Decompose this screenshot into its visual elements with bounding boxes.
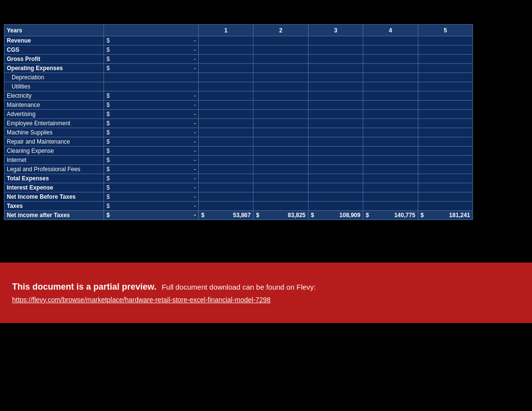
table-row: Gross Profit$-: [4, 55, 473, 64]
year-value-cell: [418, 147, 473, 156]
row-label: Advertising: [4, 110, 104, 119]
net-number: 108,909: [340, 212, 360, 219]
row-label: Operating Expenses: [4, 64, 104, 73]
year-value-cell: [308, 45, 363, 55]
year-value-cell: [418, 101, 473, 110]
row-value: $-: [104, 64, 199, 73]
dash-value: -: [194, 102, 196, 108]
year-value-cell: [418, 110, 473, 119]
year-value-cell: [418, 82, 473, 91]
net-dollar: $: [256, 212, 259, 219]
table-row: Maintenance$-: [4, 101, 473, 110]
dash-value: -: [194, 129, 196, 136]
table-row: Internet$-: [4, 156, 473, 165]
dollar-sign: $: [106, 147, 110, 154]
net-number: 53,867: [233, 212, 251, 219]
year-value-cell: [363, 101, 418, 110]
table-row: Net income after Taxes$-$53,867$83,825$1…: [4, 211, 473, 220]
year-value-cell: [199, 137, 253, 147]
dollar-sign: $: [106, 212, 110, 219]
dollar-sign: $: [106, 184, 110, 191]
dollar-sign: $: [106, 120, 110, 127]
year-value-cell: [308, 156, 363, 165]
row-value: $-: [104, 45, 199, 55]
financial-table: Years 1 2 3 4 5 Revenue$-CGS$-Gross Prof…: [4, 24, 473, 220]
table-header-row: Years 1 2 3 4 5: [4, 25, 473, 36]
row-label: CGS: [4, 45, 104, 55]
year-value-cell: [308, 91, 363, 101]
year-value-cell: [363, 119, 418, 128]
year-value-cell: [363, 55, 418, 64]
year-value-cell: [253, 119, 308, 128]
year-value-cell: [308, 82, 363, 91]
dollar-sign: $: [106, 203, 110, 209]
year-value-cell: [308, 64, 363, 73]
year-value-cell: [418, 165, 473, 174]
dollar-sign: $: [106, 175, 110, 182]
year-value-cell: [363, 91, 418, 101]
dash-value: -: [194, 120, 196, 127]
year-value-cell: [363, 128, 418, 137]
preview-link[interactable]: https://flevy.com/browse/marketplace/har…: [12, 296, 270, 304]
row-value: $-: [104, 192, 199, 202]
year-value-cell: [363, 165, 418, 174]
header-year-5: 5: [418, 25, 473, 36]
year-value-cell: [253, 137, 308, 147]
row-value: $-: [104, 91, 199, 101]
year-value-cell: [418, 183, 473, 192]
row-label: Gross Profit: [4, 55, 104, 64]
dash-value: -: [194, 92, 196, 99]
year-value-cell: [199, 110, 253, 119]
row-label: Interest Expense: [4, 183, 104, 192]
table-row: Employee Entertainment$-: [4, 119, 473, 128]
row-label: Electricity: [4, 91, 104, 101]
year-value-cell: [308, 55, 363, 64]
year-value-cell: [363, 156, 418, 165]
net-dollar: $: [311, 212, 314, 219]
net-dollar: $: [201, 212, 205, 219]
year-value-cell: [253, 101, 308, 110]
year-value-cell: [253, 73, 308, 82]
table-row: Revenue$-: [4, 36, 473, 45]
dash-value: -: [194, 111, 196, 117]
year-value-cell: $108,909: [308, 211, 363, 220]
dash-value: -: [194, 56, 196, 62]
year-value-cell: [199, 192, 253, 202]
year-value-cell: [418, 36, 473, 45]
year-value-cell: [253, 165, 308, 174]
row-label: Machine Supplies: [4, 128, 104, 137]
dash-value: -: [194, 203, 196, 209]
year-value-cell: [199, 183, 253, 192]
row-label: Internet: [4, 156, 104, 165]
year-value-cell: [199, 119, 253, 128]
table-row: Net Income Before Taxes$-: [4, 192, 473, 202]
dash-value: -: [194, 65, 196, 72]
year-value-cell: [199, 101, 253, 110]
dollar-sign: $: [106, 157, 110, 163]
row-label: Maintenance: [4, 101, 104, 110]
year-value-cell: [363, 82, 418, 91]
year-value-cell: [199, 82, 253, 91]
header-label: Years: [4, 25, 104, 36]
spreadsheet-area: Years 1 2 3 4 5 Revenue$-CGS$-Gross Prof…: [0, 0, 532, 224]
dash-value: -: [194, 212, 196, 219]
year-value-cell: [253, 82, 308, 91]
year-value-cell: [253, 183, 308, 192]
dollar-sign: $: [106, 129, 110, 136]
year-value-cell: [418, 91, 473, 101]
table-row: Repair and Maintenance$-: [4, 137, 473, 147]
row-value: $-: [104, 174, 199, 183]
year-value-cell: [199, 174, 253, 183]
dollar-sign: $: [106, 193, 110, 200]
header-year-3: 3: [308, 25, 363, 36]
year-value-cell: [363, 73, 418, 82]
preview-title: This document is a partial preview. Full…: [12, 282, 520, 292]
row-label: Net Income Before Taxes: [4, 192, 104, 202]
year-value-cell: [418, 55, 473, 64]
dollar-sign: $: [106, 37, 110, 44]
year-value-cell: [418, 174, 473, 183]
net-number: 83,825: [288, 212, 306, 219]
net-number: 181,241: [449, 212, 470, 219]
dash-value: -: [194, 166, 196, 173]
row-label: Utilities: [4, 82, 104, 91]
